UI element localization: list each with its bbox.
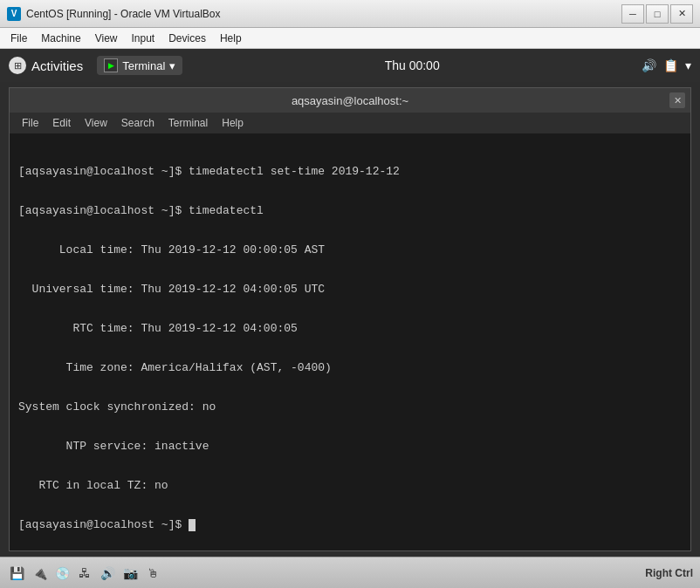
terminal-menu-help[interactable]: Help [216, 115, 249, 131]
terminal-menu-terminal[interactable]: Terminal [163, 115, 213, 131]
terminal-line-7: System clock synchronized: no [18, 400, 682, 414]
vbox-titlebar: V CentOS [Running] - Oracle VM VirtualBo… [0, 0, 700, 28]
vbox-app-icon: V [7, 7, 21, 21]
taskbar-sound-icon[interactable]: 🔊 [98, 564, 117, 583]
taskbar-storage-icon[interactable]: 💾 [7, 564, 26, 583]
terminal-line-4: Universal time: Thu 2019-12-12 04:00:05 … [18, 283, 682, 296]
terminal-cursor [189, 519, 196, 531]
vbox-close-button[interactable]: ✕ [670, 4, 693, 24]
terminal-menu-search[interactable]: Search [116, 115, 160, 131]
terminal-line-1: [aqsayasin@localhost ~]$ timedatectl set… [18, 165, 682, 178]
activities-label: Activities [31, 58, 83, 73]
taskbar-display-icon[interactable]: 📷 [120, 564, 140, 583]
vbox-title: CentOS [Running] - Oracle VM VirtualBox [26, 8, 621, 20]
virtualbox-window: V CentOS [Running] - Oracle VM VirtualBo… [0, 0, 700, 588]
activities-icon: ⊞ [9, 57, 26, 74]
taskbar-usb-icon[interactable]: 🔌 [30, 564, 49, 583]
terminal-line-10: [aqsayasin@localhost ~]$ [18, 518, 682, 531]
terminal-line-9: RTC in local TZ: no [18, 479, 682, 492]
taskbar-network-icon[interactable]: 🖧 [75, 564, 94, 583]
vbox-menu-devices[interactable]: Devices [161, 31, 213, 46]
terminal-line-8: NTP service: inactive [18, 440, 682, 453]
terminal-menubar: File Edit View Search Terminal Help [10, 113, 690, 133]
terminal-line-3: Local time: Thu 2019-12-12 00:00:05 AST [18, 243, 682, 256]
terminal-line-2: [aqsayasin@localhost ~]$ timedatectl [18, 204, 682, 217]
vbox-titlebar-buttons: ─ □ ✕ [621, 4, 693, 24]
guest-tray: 🔊 📋 ▾ [642, 58, 691, 72]
vbox-menu-input[interactable]: Input [125, 31, 162, 46]
tray-network-icon[interactable]: 📋 [663, 58, 678, 72]
terminal-close-button[interactable]: ✕ [669, 92, 685, 108]
vbox-menu-machine[interactable]: Machine [34, 31, 87, 46]
guest-terminal-button[interactable]: ▶ Terminal ▾ [97, 56, 182, 75]
vbox-menu-file[interactable]: File [3, 31, 34, 46]
vbox-menu-help[interactable]: Help [213, 31, 249, 46]
vbox-menu-view[interactable]: View [88, 31, 125, 46]
vbox-right-ctrl-label: Right Ctrl [645, 567, 693, 579]
terminal-menu-edit[interactable]: Edit [47, 115, 76, 131]
terminal-content[interactable]: [aqsayasin@localhost ~]$ timedatectl set… [10, 133, 690, 550]
vbox-menubar: File Machine View Input Devices Help [0, 28, 700, 49]
terminal-titlebar: aqsayasin@localhost:~ ✕ [10, 88, 690, 113]
terminal-dropdown-icon: ▾ [169, 59, 175, 72]
vbox-minimize-button[interactable]: ─ [621, 4, 644, 24]
terminal-label: Terminal [122, 59, 165, 72]
taskbar-optical-icon[interactable]: 💿 [52, 564, 72, 583]
guest-activities-button[interactable]: ⊞ Activities [9, 57, 83, 74]
guest-topbar: ⊞ Activities ▶ Terminal ▾ Thu 00:00 🔊 📋 … [0, 49, 700, 82]
terminal-icon: ▶ [104, 58, 118, 72]
terminal-menu-file[interactable]: File [17, 115, 44, 131]
vbox-taskbar: 💾 🔌 💿 🖧 🔊 📷 🖱 Right Ctrl [0, 557, 700, 588]
terminal-menu-view[interactable]: View [79, 115, 113, 131]
vbox-maximize-button[interactable]: □ [646, 4, 669, 24]
terminal-window: aqsayasin@localhost:~ ✕ File Edit View S… [9, 87, 691, 551]
guest-clock: Thu 00:00 [182, 58, 642, 72]
terminal-line-6: Time zone: America/Halifax (AST, -0400) [18, 361, 682, 374]
terminal-title: aqsayasin@localhost:~ [292, 94, 408, 107]
terminal-line-5: RTC time: Thu 2019-12-12 04:00:05 [18, 322, 682, 335]
taskbar-mouse-icon[interactable]: 🖱 [143, 564, 162, 583]
tray-menu-icon[interactable]: ▾ [685, 58, 691, 72]
tray-sound-icon[interactable]: 🔊 [642, 58, 656, 72]
